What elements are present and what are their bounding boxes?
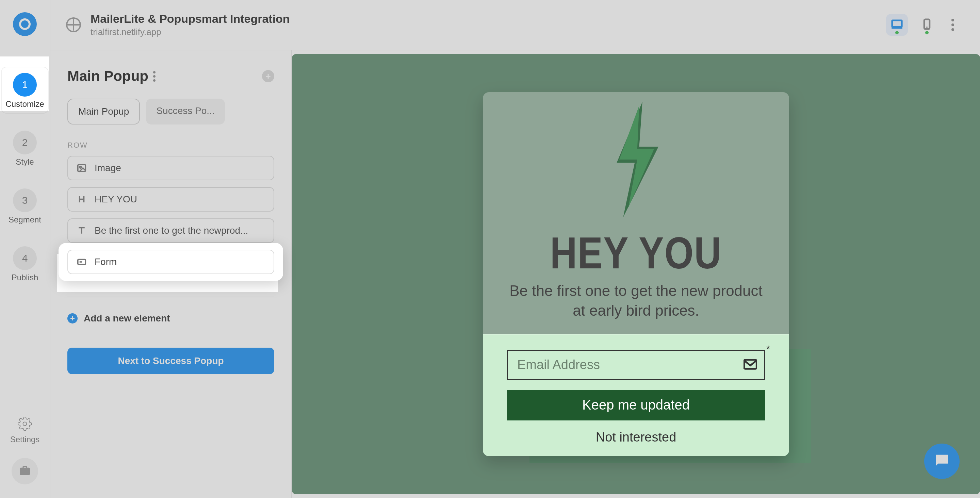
row-item-label: Be the first one to get the newprod...: [95, 225, 248, 236]
workspace-button[interactable]: [11, 458, 38, 484]
step-number: 4: [13, 246, 37, 270]
image-icon: [76, 163, 87, 173]
plus-icon: +: [67, 313, 78, 323]
step-customize[interactable]: 1 Customize: [1, 67, 49, 114]
popup-preview: HEY YOU Be the first one to get the new …: [483, 92, 789, 456]
heading-icon: H: [76, 194, 87, 205]
device-desktop-button[interactable]: [886, 14, 908, 36]
globe-icon: [66, 18, 81, 32]
add-popup-button[interactable]: +: [262, 70, 274, 82]
top-bar: MailerLite & Popupsmart Integration tria…: [50, 0, 980, 50]
row-item-image[interactable]: Image: [67, 156, 274, 180]
editor-panel: Main Popup + Main Popup Success Po... RO…: [50, 50, 292, 498]
settings-button[interactable]: Settings: [10, 416, 40, 444]
panel-title-text: Main Popup: [67, 68, 148, 84]
add-new-label: Add a new element: [84, 313, 170, 324]
gear-icon: [18, 426, 32, 432]
row-item-label: Form: [95, 256, 117, 267]
step-label: Publish: [1, 273, 49, 282]
panel-title: Main Popup: [67, 68, 156, 84]
preview-stage: HEY YOU Be the first one to get the new …: [292, 54, 980, 494]
row-item-label: HEY YOU: [95, 194, 137, 205]
step-number: 2: [13, 130, 37, 154]
row-item-label: Image: [95, 162, 121, 173]
step-label: Segment: [1, 215, 49, 224]
step-label: Style: [1, 157, 49, 167]
email-field-wrap: [507, 350, 765, 380]
email-input[interactable]: [507, 350, 765, 380]
svg-rect-1: [892, 21, 902, 27]
app-logo: [13, 12, 37, 36]
row-item-form[interactable]: Form: [67, 250, 274, 274]
step-publish[interactable]: 4 Publish: [1, 240, 49, 287]
settings-label: Settings: [10, 435, 40, 444]
more-menu-button[interactable]: [946, 19, 959, 31]
phone-icon: [920, 18, 933, 32]
step-label: Customize: [1, 99, 49, 109]
next-button[interactable]: Next to Success Popup: [67, 348, 274, 374]
step-segment[interactable]: 3 Segment: [1, 182, 49, 229]
tab-main-popup[interactable]: Main Popup: [67, 99, 140, 124]
page-title: MailerLite & Popupsmart Integration: [91, 12, 290, 25]
tab-success-popup[interactable]: Success Po...: [146, 99, 224, 124]
status-dot: [925, 31, 929, 34]
briefcase-icon: [18, 464, 32, 479]
chat-icon: [933, 452, 951, 471]
side-rail: 1 Customize 2 Style 3 Segment 4 Publish …: [0, 0, 50, 498]
status-dot: [895, 31, 899, 34]
popup-form-area: Keep me updated Not interested: [483, 334, 789, 456]
popup-subheading: Be the first one to get the new product …: [503, 281, 769, 320]
submit-button[interactable]: Keep me updated: [507, 390, 765, 420]
logo-icon: [19, 18, 30, 30]
step-style[interactable]: 2 Style: [1, 124, 49, 172]
svg-point-0: [23, 422, 27, 426]
svg-marker-7: [619, 106, 654, 208]
text-icon: [76, 226, 87, 236]
row-section-label: ROW: [67, 141, 274, 150]
laptop-icon: [891, 18, 904, 32]
page-subtitle: trialfirst.netlify.app: [91, 27, 290, 37]
svg-point-4: [80, 166, 81, 168]
svg-rect-3: [78, 165, 86, 172]
device-mobile-button[interactable]: [916, 14, 938, 36]
canvas: HEY YOU Be the first one to get the new …: [292, 50, 980, 498]
row-item-heading[interactable]: H HEY YOU: [67, 187, 274, 212]
mail-icon: [743, 359, 757, 371]
panel-more-icon[interactable]: [153, 71, 156, 82]
popup-heading: HEY YOU: [503, 227, 769, 278]
row-item-text[interactable]: Be the first one to get the newprod...: [67, 218, 274, 243]
step-number: 3: [13, 188, 37, 212]
divider: [67, 297, 274, 297]
step-number: 1: [13, 73, 37, 97]
bolt-icon: [604, 102, 668, 217]
chat-fab[interactable]: [924, 444, 959, 479]
form-icon: [76, 257, 87, 267]
not-interested-link[interactable]: Not interested: [507, 430, 765, 445]
add-new-element-button[interactable]: + Add a new element: [67, 313, 274, 324]
